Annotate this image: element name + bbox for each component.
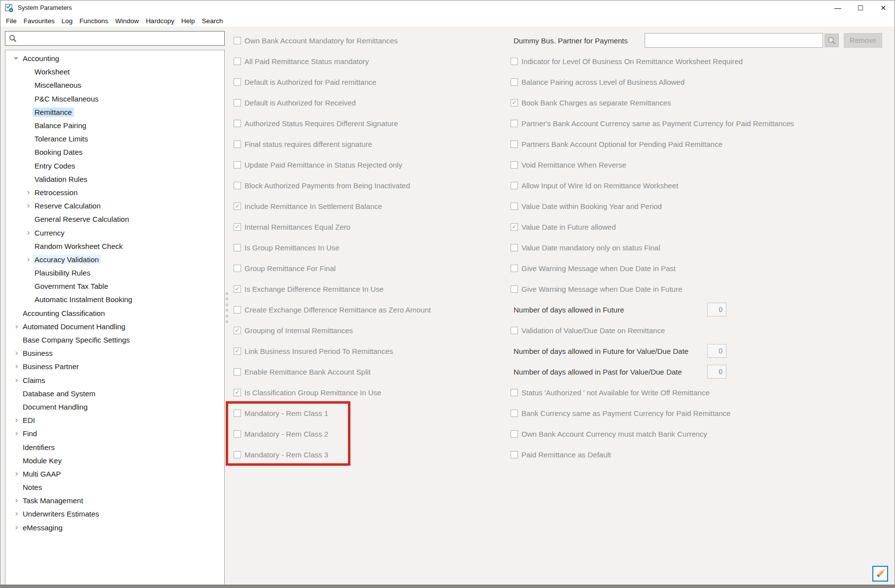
chevron-right-icon[interactable]: › — [12, 376, 21, 384]
menu-item-search[interactable]: Search — [198, 17, 226, 25]
tree-item-booking-dates[interactable]: Booking Dates — [5, 145, 224, 159]
menu-item-functions[interactable]: Functions — [76, 17, 112, 25]
menu-item-hardcopy[interactable]: Hardcopy — [142, 17, 178, 25]
tree-item-validation-rules[interactable]: Validation Rules — [5, 173, 224, 186]
tree-item-emessaging[interactable]: ›eMessaging — [5, 521, 224, 534]
checkbox-unchecked-icon[interactable] — [234, 161, 241, 169]
tree-item-accounting-classification[interactable]: Accounting Classification — [5, 307, 224, 320]
checkbox-unchecked-icon[interactable] — [234, 368, 241, 376]
tree-item-miscellaneous[interactable]: Miscellaneous — [5, 78, 224, 92]
checkbox-checked-icon[interactable]: ✓ — [234, 203, 241, 210]
checkbox-unchecked-icon[interactable] — [511, 430, 518, 438]
tree-item-currency[interactable]: ›Currency — [5, 226, 224, 239]
checkbox-unchecked-icon[interactable] — [511, 327, 518, 334]
days-number-input[interactable] — [707, 365, 726, 379]
checkbox-unchecked-icon[interactable] — [234, 430, 241, 438]
tree-item-find[interactable]: ›Find — [5, 427, 224, 440]
chevron-right-icon[interactable]: › — [12, 415, 21, 424]
checkbox-unchecked-icon[interactable] — [234, 120, 241, 127]
tree-item-multi-gaap[interactable]: ›Multi GAAP — [5, 467, 224, 481]
tree-item-accounting[interactable]: ›Accounting — [5, 52, 224, 65]
checkbox-unchecked-icon[interactable] — [234, 78, 241, 86]
checkbox-unchecked-icon[interactable] — [511, 410, 518, 417]
checkbox-checked-icon[interactable]: ✓ — [511, 223, 518, 231]
chevron-right-icon[interactable]: › — [24, 188, 33, 196]
menu-item-help[interactable]: Help — [178, 17, 199, 25]
tree-item-edi[interactable]: ›EDI — [5, 414, 224, 427]
checkbox-checked-icon[interactable]: ✓ — [234, 327, 241, 334]
checkbox-unchecked-icon[interactable] — [511, 182, 518, 189]
tree-item-retrocession[interactable]: ›Retrocession — [5, 186, 224, 199]
checkbox-unchecked-icon[interactable] — [234, 58, 241, 65]
checkbox-unchecked-icon[interactable] — [511, 161, 518, 169]
chevron-right-icon[interactable]: › — [12, 469, 21, 478]
minimize-button[interactable]: — — [826, 0, 849, 15]
tree-item-plausibility-rules[interactable]: Plausibility Rules — [5, 266, 224, 279]
tree-item-random-worksheet-check[interactable]: Random Worksheet Check — [5, 240, 224, 253]
tree-item-database-and-system[interactable]: Database and System — [5, 387, 224, 400]
checkbox-unchecked-icon[interactable] — [511, 58, 518, 65]
checkbox-checked-icon[interactable]: ✓ — [234, 223, 241, 231]
days-number-input[interactable] — [707, 344, 726, 358]
chevron-right-icon[interactable]: › — [12, 322, 21, 330]
tree-item-claims[interactable]: ›Claims — [5, 374, 224, 387]
checkbox-checked-icon[interactable]: ✓ — [234, 347, 241, 355]
chevron-right-icon[interactable]: › — [24, 228, 33, 237]
tree-item-tolerance-limits[interactable]: Tolerance Limits — [5, 132, 224, 145]
checkbox-unchecked-icon[interactable] — [511, 203, 518, 210]
tree-item-identifiers[interactable]: Identifiers — [5, 440, 224, 453]
checkbox-unchecked-icon[interactable] — [234, 410, 241, 417]
tree-item-government-tax-table[interactable]: Government Tax Table — [5, 279, 224, 293]
checkbox-checked-icon[interactable]: ✓ — [234, 285, 241, 293]
menu-item-favourites[interactable]: Favourites — [20, 17, 58, 25]
tree-item-general-reserve-calculation[interactable]: General Reserve Calculation — [5, 212, 224, 226]
edit-pencil-button[interactable] — [872, 566, 888, 582]
tree-item-remittance[interactable]: Remittance — [5, 105, 224, 119]
tree-item-entry-codes[interactable]: Entry Codes — [5, 159, 224, 173]
checkbox-unchecked-icon[interactable] — [234, 99, 241, 106]
checkbox-unchecked-icon[interactable] — [234, 140, 241, 148]
partner-lookup-button[interactable] — [825, 34, 839, 47]
dummy-partner-input[interactable] — [645, 33, 823, 48]
splitter-grip[interactable] — [225, 292, 229, 323]
tree-item-balance-pairing[interactable]: Balance Pairing — [5, 119, 224, 132]
tree-item-business-partner[interactable]: ›Business Partner — [5, 360, 224, 373]
tree-item-reserve-calculation[interactable]: ›Reserve Calculation — [5, 199, 224, 212]
tree-item-document-handling[interactable]: Document Handling — [5, 400, 224, 414]
tree-item-module-key[interactable]: Module Key — [5, 454, 224, 467]
checkbox-unchecked-icon[interactable] — [511, 451, 518, 458]
remove-button[interactable]: Remove — [844, 33, 882, 48]
checkbox-unchecked-icon[interactable] — [234, 244, 241, 251]
menu-item-window[interactable]: Window — [112, 17, 142, 25]
tree-item-underwriters-estimates[interactable]: ›Underwriters Estimates — [5, 507, 224, 520]
chevron-right-icon[interactable]: › — [24, 255, 33, 263]
checkbox-unchecked-icon[interactable] — [234, 37, 241, 44]
chevron-right-icon[interactable]: › — [12, 496, 21, 504]
tree-item-task-management[interactable]: ›Task Management — [5, 494, 224, 507]
checkbox-unchecked-icon[interactable] — [511, 285, 518, 293]
checkbox-unchecked-icon[interactable] — [511, 78, 518, 86]
chevron-right-icon[interactable]: › — [12, 429, 21, 437]
tree-item-base-company-specific-settings[interactable]: Base Company Specific Settings — [5, 333, 224, 346]
menu-item-log[interactable]: Log — [58, 17, 76, 25]
checkbox-unchecked-icon[interactable] — [511, 120, 518, 127]
checkbox-unchecked-icon[interactable] — [234, 182, 241, 189]
checkbox-checked-icon[interactable]: ✓ — [234, 389, 241, 396]
days-number-input[interactable] — [707, 303, 726, 316]
checkbox-unchecked-icon[interactable] — [511, 265, 518, 272]
menu-item-file[interactable]: File — [2, 17, 20, 25]
chevron-down-icon[interactable]: › — [12, 54, 21, 62]
checkbox-checked-icon[interactable]: ✓ — [511, 99, 518, 106]
tree-item-automatic-instalment-booking[interactable]: Automatic Instalment Booking — [5, 293, 224, 306]
checkbox-unchecked-icon[interactable] — [511, 140, 518, 148]
tree-item-notes[interactable]: Notes — [5, 481, 224, 494]
tree-item-p-c-miscellaneous[interactable]: P&C Miscellaneous — [5, 92, 224, 105]
checkbox-unchecked-icon[interactable] — [511, 244, 518, 251]
checkbox-unchecked-icon[interactable] — [234, 265, 241, 272]
chevron-right-icon[interactable]: › — [12, 523, 21, 531]
close-button[interactable]: ✕ — [872, 0, 895, 15]
checkbox-unchecked-icon[interactable] — [234, 306, 241, 313]
checkbox-unchecked-icon[interactable] — [234, 451, 241, 458]
chevron-right-icon[interactable]: › — [24, 201, 33, 209]
chevron-right-icon[interactable]: › — [12, 348, 21, 357]
